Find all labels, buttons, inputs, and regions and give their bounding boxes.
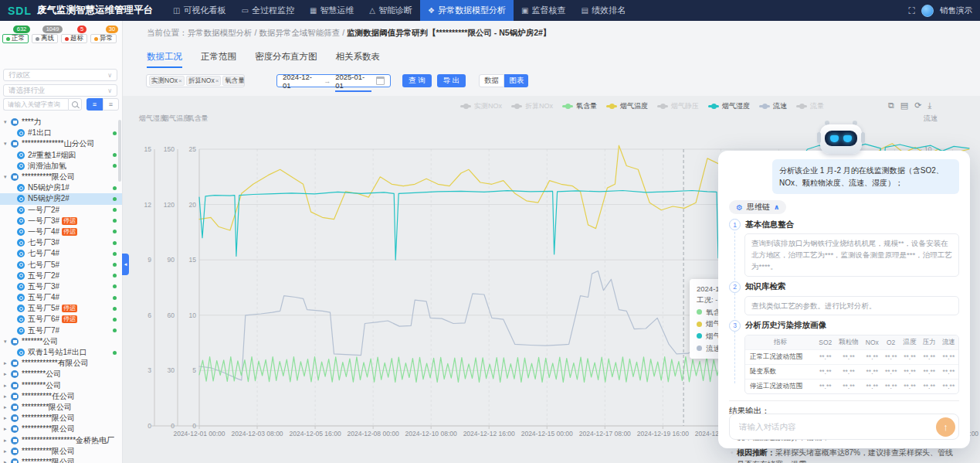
search-button[interactable]	[68, 98, 82, 111]
legend-item-流量[interactable]: 流量	[796, 101, 824, 111]
download-icon[interactable]: ⤓	[927, 100, 931, 111]
legend-item-烟气湿度[interactable]: 烟气湿度	[708, 101, 750, 111]
mode-chart-option[interactable]: 图表	[504, 74, 528, 87]
tree-item[interactable]: 润滑油加氢	[0, 161, 122, 172]
tree-group[interactable]: ▸********公司	[0, 369, 122, 380]
tree-item[interactable]: 七号厂3#	[0, 237, 122, 248]
chain-of-thought-toggle[interactable]: ⚙ 思维链 ∧	[729, 200, 786, 214]
tree-item[interactable]: 一号厂4#停运	[0, 226, 122, 237]
status-filter-正常[interactable]: 正常	[2, 34, 29, 43]
online-status-dot	[113, 230, 117, 233]
tree-group[interactable]: ▸**********任公司	[0, 391, 122, 402]
query-button[interactable]: 查 询	[402, 74, 432, 87]
user-avatar[interactable]	[921, 5, 934, 17]
tree-item-label: 2#重整1#烟囱	[28, 150, 76, 161]
date-end[interactable]: 2025-01-01	[335, 73, 371, 90]
outlet-icon	[17, 228, 25, 236]
data-view-icon[interactable]: ▤	[900, 100, 908, 111]
tree-item[interactable]: 五号厂4#	[0, 292, 122, 303]
list-view-toggle[interactable]: ≡	[86, 98, 103, 111]
legend-marker	[562, 105, 573, 108]
tree-group[interactable]: ▸**********限公司	[0, 413, 122, 424]
nav-item-diagnosis[interactable]: △智能诊断	[361, 0, 420, 21]
status-filter-超标[interactable]: 超标	[61, 34, 87, 43]
tree-item[interactable]: 五号厂3#	[0, 281, 122, 292]
tree-group[interactable]: ▸**********限公司	[0, 446, 122, 457]
tab-数据工况[interactable]: 数据工况	[147, 51, 182, 68]
company-icon	[11, 393, 19, 400]
tree-group[interactable]: ▾**************山分公司	[0, 138, 122, 149]
tree-item[interactable]: 五号厂2#	[0, 271, 122, 281]
parameter-chip[interactable]: 实测NOx×	[149, 76, 185, 86]
parameter-chip[interactable]: 折算NOx×	[186, 76, 222, 86]
table-cell: **.**	[882, 379, 900, 393]
fullscreen-icon[interactable]: ⛶	[909, 5, 915, 16]
nav-item-supervision[interactable]: ▣监督核查	[514, 0, 573, 21]
tree-group[interactable]: ▸********公司	[0, 380, 122, 391]
industry-select[interactable]: 请选择行业 ∨	[3, 84, 117, 97]
tree-item[interactable]: 一号厂2#	[0, 205, 122, 216]
nav-item-performance[interactable]: ▤绩效排名	[573, 0, 632, 21]
tree-item-label: **************山分公司	[22, 138, 94, 149]
sidebar-scrollbar[interactable]	[118, 120, 121, 182]
date-start[interactable]: 2024-12-01	[283, 73, 319, 90]
tree-item[interactable]: 五号厂7#	[0, 325, 122, 336]
send-button[interactable]: ↑	[936, 417, 955, 437]
tree-group[interactable]: ▾**********限公司	[0, 172, 122, 182]
tree-item[interactable]: 五号厂5#停运	[0, 303, 122, 314]
tab-正常范围[interactable]: 正常范围	[201, 51, 236, 68]
tree-item[interactable]: N5锅炉房1#	[0, 182, 122, 193]
remove-chip-icon[interactable]: ×	[215, 77, 219, 85]
company-icon	[11, 425, 19, 433]
tree-item[interactable]: #1出口	[0, 128, 122, 138]
tree-item[interactable]: 一号厂3#停运	[0, 216, 122, 226]
robot-eye	[843, 135, 852, 142]
tree-group[interactable]: ▸*********限公司	[0, 402, 122, 413]
region-select[interactable]: 行政区 ∨	[3, 69, 117, 81]
tree-item[interactable]: 七号厂5#	[0, 259, 122, 270]
status-filter-异常[interactable]: 异常	[90, 34, 117, 43]
legend-item-氧含量[interactable]: 氧含量	[562, 101, 597, 111]
date-range-picker[interactable]: 2024-12-01 → 2025-01-01	[276, 74, 391, 87]
tree-item[interactable]: 七号厂4#	[0, 248, 122, 259]
nav-item-smart-ops[interactable]: ▦智慧运维	[302, 0, 361, 21]
selection-zoom-icon[interactable]: ⧉	[888, 100, 894, 111]
status-filter-离线[interactable]: 离线	[32, 34, 58, 43]
legend-item-烟气静压[interactable]: 烟气静压	[657, 101, 699, 111]
grid-view-toggle[interactable]: ≡	[103, 98, 119, 111]
tree-group[interactable]: ▸**********限公司	[0, 457, 122, 463]
nav-item-anomaly-model[interactable]: ❖异常数据模型分析	[420, 0, 514, 21]
legend-item-流速[interactable]: 流速	[759, 101, 787, 111]
legend-item-折算NOx[interactable]: 折算NOx	[511, 101, 553, 111]
tree-group[interactable]: ▾*******公司	[0, 336, 122, 347]
tree-item[interactable]: 双青1号站1#出口	[0, 347, 122, 358]
tree-group[interactable]: ▸************有限公司	[0, 358, 122, 369]
smart-ops-icon: ▦	[310, 6, 317, 15]
sidebar-collapse-handle[interactable]: ◂	[122, 254, 129, 275]
keyword-search-input[interactable]	[3, 98, 68, 111]
nav-item-process-monitor[interactable]: ▭全过程监控	[233, 0, 301, 21]
legend-item-实测NOx[interactable]: 实测NOx	[460, 101, 502, 111]
tree-item[interactable]: 2#重整1#烟囱	[0, 150, 122, 161]
breadcrumb-item[interactable]: 数据异常全域智能筛查	[259, 28, 340, 37]
mode-data-option[interactable]: 数据	[479, 74, 504, 87]
refresh-icon[interactable]: ⟳	[914, 100, 921, 111]
breadcrumb-item[interactable]: 异常数据模型分析	[188, 28, 253, 37]
tree-item[interactable]: 五号厂6#停运	[0, 314, 122, 325]
tree-group[interactable]: ▸******************金桥热电厂	[0, 434, 122, 445]
chat-input[interactable]	[738, 421, 929, 432]
table-cell: **.**	[863, 364, 882, 379]
parameter-chip[interactable]: 氧含量×	[222, 76, 245, 86]
remove-chip-icon[interactable]: ×	[178, 77, 182, 85]
tree-group[interactable]: ▾****力	[0, 117, 122, 128]
tree-group[interactable]: ▸**********限公司	[0, 424, 122, 434]
parameter-multiselect[interactable]: 实测NOx×折算NOx×氧含量×...	[146, 74, 245, 87]
user-name[interactable]: 销售演示	[940, 5, 972, 16]
tab-密度分布直方图[interactable]: 密度分布直方图	[255, 51, 317, 68]
stopped-badge: 停运	[62, 217, 77, 225]
nav-item-dashboard[interactable]: ◫可视化看板	[165, 0, 233, 21]
tab-相关系数表[interactable]: 相关系数表	[336, 51, 381, 68]
tree-item[interactable]: N5锅炉房2#	[0, 193, 122, 204]
export-button[interactable]: 导 出	[437, 74, 466, 87]
legend-item-烟气温度[interactable]: 烟气温度	[606, 101, 648, 111]
